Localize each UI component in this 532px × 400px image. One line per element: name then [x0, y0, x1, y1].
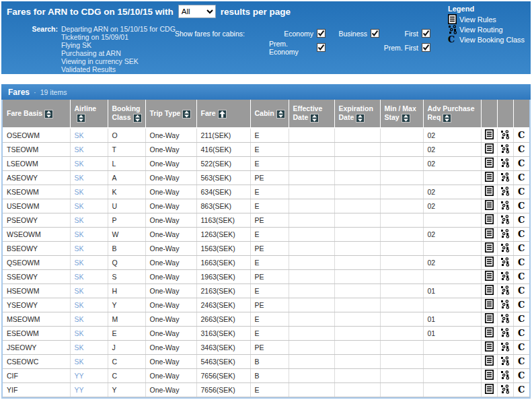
airline-link[interactable]: SK	[75, 315, 84, 323]
view-rules-icon[interactable]	[485, 356, 494, 366]
view-rules-icon[interactable]	[485, 341, 494, 352]
airline-link[interactable]: YY	[75, 386, 84, 394]
view-rules-icon[interactable]	[485, 129, 494, 139]
airline-link[interactable]: SK	[75, 230, 84, 238]
view-rules-icon[interactable]	[485, 257, 494, 267]
sort-asc-icon[interactable]	[218, 110, 227, 119]
airline-link[interactable]: SK	[75, 160, 84, 168]
view-routing-icon[interactable]	[500, 314, 510, 323]
view-rules-icon[interactable]	[485, 313, 494, 323]
col-header-booking-class[interactable]: Booking Class	[108, 100, 145, 128]
airline-link[interactable]: SK	[75, 343, 84, 352]
view-rules-icon[interactable]	[485, 370, 494, 380]
view-rules-icon[interactable]	[485, 285, 494, 295]
airline-link[interactable]: SK	[75, 259, 84, 267]
view-rules-icon[interactable]	[485, 143, 494, 154]
col-header-fare-basis[interactable]: Fare Basis	[3, 100, 70, 128]
view-booking-class-icon[interactable]: C	[518, 357, 525, 366]
cabin-checkbox-prem-first[interactable]	[422, 43, 430, 52]
airline-link[interactable]: SK	[75, 287, 84, 295]
view-booking-class-icon[interactable]: C	[518, 343, 525, 352]
view-routing-icon[interactable]	[500, 201, 510, 210]
view-rules-icon[interactable]	[485, 158, 494, 168]
view-booking-class-icon[interactable]: C	[518, 385, 525, 394]
view-routing-icon[interactable]	[500, 356, 510, 366]
view-booking-class-icon[interactable]: C	[518, 272, 525, 281]
airline-link[interactable]: SK	[75, 358, 84, 366]
sort-icon[interactable]	[443, 114, 451, 123]
view-rules-icon[interactable]	[485, 200, 494, 210]
col-header-airline[interactable]: Airline	[70, 100, 108, 128]
view-rules-icon[interactable]	[485, 214, 494, 224]
view-booking-class-icon[interactable]: C	[518, 159, 525, 168]
sort-icon[interactable]	[276, 110, 285, 119]
col-header-min-max-stay[interactable]: Min / Max Stay	[380, 100, 423, 128]
view-rules-icon[interactable]	[485, 299, 494, 309]
sort-icon[interactable]	[77, 114, 85, 123]
results-per-page-select[interactable]: All	[178, 5, 216, 18]
cabin-checkbox-prem-economy[interactable]	[317, 43, 326, 52]
view-routing-icon[interactable]	[500, 243, 510, 253]
airline-link[interactable]: SK	[75, 329, 84, 337]
view-booking-class-icon[interactable]: C	[518, 173, 525, 182]
airline-link[interactable]: YY	[75, 372, 84, 380]
view-booking-class-icon[interactable]: C	[518, 145, 525, 154]
view-booking-class-icon[interactable]: C	[518, 131, 525, 139]
view-rules-icon[interactable]	[485, 228, 494, 238]
view-booking-class-icon[interactable]: C	[518, 371, 525, 380]
view-booking-class-icon[interactable]: C	[518, 314, 525, 323]
cabin-checkbox-economy[interactable]	[317, 29, 326, 38]
sort-icon[interactable]	[44, 110, 53, 119]
view-booking-class-icon[interactable]: C	[518, 201, 525, 210]
cabin-checkbox-business[interactable]	[371, 29, 379, 38]
view-routing-icon[interactable]	[500, 286, 510, 295]
view-routing-icon[interactable]	[500, 144, 510, 154]
col-header-fare[interactable]: Fare	[196, 100, 250, 128]
col-header-adv-purchase-req[interactable]: Adv Purchase Req	[423, 100, 481, 128]
view-rules-icon[interactable]	[485, 327, 494, 337]
view-routing-icon[interactable]	[500, 229, 510, 238]
airline-link[interactable]: SK	[75, 174, 84, 182]
sort-icon[interactable]	[402, 114, 410, 123]
airline-link[interactable]: SK	[75, 244, 84, 253]
view-rules-icon[interactable]	[485, 186, 494, 196]
sort-icon[interactable]	[182, 110, 191, 119]
view-rules-icon[interactable]	[485, 242, 494, 253]
sort-icon[interactable]	[133, 114, 142, 123]
view-booking-class-icon[interactable]: C	[518, 230, 525, 238]
col-header-cabin[interactable]: Cabin	[250, 100, 289, 128]
view-rules-icon[interactable]	[485, 172, 494, 182]
view-routing-icon[interactable]	[500, 300, 510, 309]
cabin-checkbox-first[interactable]	[422, 29, 430, 38]
view-rules-icon[interactable]	[485, 384, 494, 394]
airline-link[interactable]: SK	[75, 188, 84, 196]
airline-link[interactable]: SK	[75, 216, 84, 224]
view-routing-icon[interactable]	[500, 328, 510, 337]
view-booking-class-icon[interactable]: C	[518, 286, 525, 295]
view-routing-icon[interactable]	[500, 271, 510, 281]
airline-link[interactable]: SK	[75, 145, 84, 154]
airline-link[interactable]: SK	[75, 202, 84, 210]
view-booking-class-icon[interactable]: C	[518, 215, 525, 224]
sort-icon[interactable]	[310, 114, 319, 123]
view-routing-icon[interactable]	[500, 257, 510, 267]
view-booking-class-icon[interactable]: C	[518, 187, 525, 196]
view-booking-class-icon[interactable]: C	[518, 300, 525, 309]
view-routing-icon[interactable]	[500, 187, 510, 196]
view-routing-icon[interactable]	[500, 215, 510, 224]
view-routing-icon[interactable]	[500, 158, 510, 168]
view-routing-icon[interactable]	[500, 172, 510, 182]
view-booking-class-icon[interactable]: C	[518, 244, 525, 253]
view-routing-icon[interactable]	[500, 370, 510, 380]
col-header-effective-date[interactable]: Effective Date	[289, 100, 334, 128]
col-header-expiration-date[interactable]: Expiration Date	[334, 100, 380, 128]
view-routing-icon[interactable]	[500, 342, 510, 352]
airline-link[interactable]: SK	[75, 273, 84, 281]
col-header-trip-type[interactable]: Trip Type	[145, 100, 196, 128]
view-rules-icon[interactable]	[485, 271, 494, 281]
airline-link[interactable]: SK	[75, 131, 84, 139]
airline-link[interactable]: SK	[75, 301, 84, 309]
view-routing-icon[interactable]	[500, 130, 510, 139]
view-booking-class-icon[interactable]: C	[518, 258, 525, 267]
sort-icon[interactable]	[356, 114, 365, 123]
